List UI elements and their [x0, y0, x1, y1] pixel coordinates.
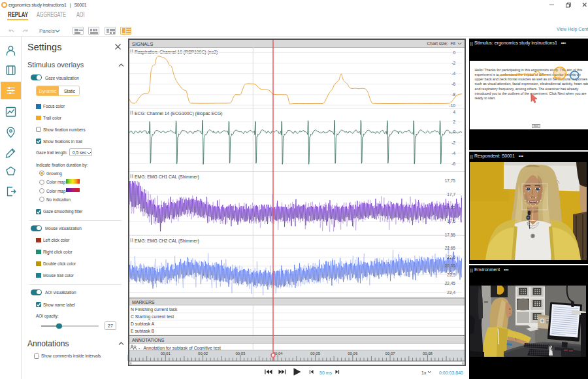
- svg-text:-6: -6: [451, 161, 455, 166]
- svg-text:EMG: EMG CH1 CAL (Shimmer): EMG: EMG CH1 CAL (Shimmer): [135, 174, 199, 180]
- svg-text:4: 4: [453, 110, 455, 114]
- svg-text:00:07: 00:07: [385, 352, 396, 355]
- svg-text:22,55: 22,55: [445, 263, 456, 268]
- svg-text:SIGNALS: SIGNALS: [132, 41, 154, 47]
- svg-text:17,55: 17,55: [445, 233, 456, 237]
- svg-text:50 ms: 50 ms: [319, 371, 333, 375]
- svg-text:22,45: 22,45: [445, 281, 456, 286]
- svg-text:17,75: 17,75: [445, 178, 456, 183]
- svg-text:00:03: 00:03: [235, 352, 246, 355]
- svg-text:-8: -8: [451, 92, 455, 97]
- svg-text:ANNOTATIONS: ANNOTATIONS: [132, 338, 165, 342]
- svg-text:17,65: 17,65: [445, 205, 456, 210]
- svg-text:22,4: 22,4: [447, 290, 455, 295]
- svg-text:Chart size: Fit: Chart size: Fit: [427, 41, 455, 46]
- svg-text:0: 0: [453, 129, 455, 134]
- svg-text:22,5: 22,5: [447, 272, 455, 277]
- svg-text:Respiration: Channel 10 (RSP10: Respiration: Channel 10 (RSP100C) (no2): [135, 50, 218, 55]
- svg-text:-4: -4: [451, 151, 455, 156]
- svg-text:C Starting current test: C Starting current test: [131, 314, 174, 320]
- svg-text:00:05: 00:05: [310, 352, 321, 355]
- svg-text:00:01: 00:01: [161, 352, 171, 355]
- svg-text:22,65: 22,65: [445, 246, 456, 250]
- svg-text:-2: -2: [451, 140, 455, 145]
- svg-text:ECG: Channel 14 (ECG100C) (Bio: ECG: Channel 14 (ECG100C) (Biopac ECG): [135, 111, 222, 116]
- svg-text:EMG: EMG CH2 CAL (Shimmer): EMG: EMG CH2 CAL (Shimmer): [135, 239, 199, 244]
- svg-text:E subtask B: E subtask B: [131, 329, 155, 333]
- svg-text:2: 2: [453, 120, 455, 124]
- svg-text:17,6: 17,6: [447, 219, 455, 223]
- svg-text:-2: -2: [451, 61, 455, 65]
- svg-text:0: 0: [453, 50, 455, 55]
- svg-text:D subtask A: D subtask A: [131, 321, 155, 326]
- svg-text:-4: -4: [451, 71, 455, 76]
- svg-text:MARKERS: MARKERS: [132, 300, 155, 305]
- svg-text:17,7: 17,7: [447, 192, 455, 197]
- svg-text:22,6: 22,6: [447, 255, 455, 259]
- svg-text:- Annotation for subtask of: - Annotation for subtask of Cognitive te…: [139, 346, 221, 351]
- svg-text:1x: 1x: [421, 371, 427, 375]
- svg-text:00:02: 00:02: [198, 352, 208, 355]
- svg-text:00:06: 00:06: [348, 352, 358, 355]
- svg-text:N Finishing current task: N Finishing current task: [131, 307, 178, 312]
- svg-text:-6: -6: [451, 82, 455, 86]
- svg-text:0:00:03.840: 0:00:03.840: [439, 371, 463, 375]
- svg-text:00:08: 00:08: [423, 352, 433, 355]
- svg-text:-10: -10: [449, 103, 456, 108]
